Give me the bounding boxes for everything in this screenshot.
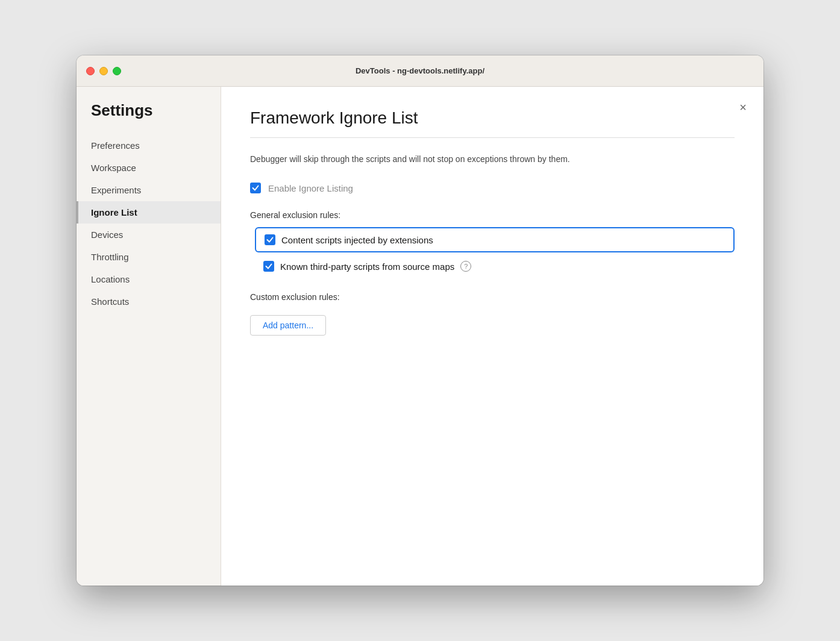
- checkmark-icon: [265, 263, 272, 270]
- sidebar-item-devices[interactable]: Devices: [77, 224, 221, 246]
- exclusion-rules-list: Content scripts injected by extensions K…: [255, 227, 735, 278]
- checkmark-icon: [266, 236, 274, 243]
- minimize-traffic-light[interactable]: [99, 67, 108, 75]
- page-title: Framework Ignore List: [250, 108, 735, 128]
- sidebar-item-workspace[interactable]: Workspace: [77, 157, 221, 179]
- sidebar-item-preferences[interactable]: Preferences: [77, 134, 221, 157]
- main-content: × Framework Ignore List Debugger will sk…: [221, 87, 763, 586]
- sidebar: Settings Preferences Workspace Experimen…: [77, 87, 221, 586]
- close-traffic-light[interactable]: [86, 67, 95, 75]
- window-body: Settings Preferences Workspace Experimen…: [77, 87, 763, 586]
- help-icon[interactable]: ?: [460, 261, 471, 272]
- window-title: DevTools - ng-devtools.netlify.app/: [356, 66, 484, 75]
- enable-ignore-listing-checkbox[interactable]: [250, 183, 261, 193]
- custom-exclusion-label: Custom exclusion rules:: [250, 292, 735, 302]
- custom-exclusion-section: Custom exclusion rules: Add pattern...: [250, 292, 735, 336]
- maximize-traffic-light[interactable]: [113, 67, 121, 75]
- general-exclusion-label: General exclusion rules:: [250, 210, 735, 220]
- sidebar-heading: Settings: [77, 101, 221, 134]
- add-pattern-button[interactable]: Add pattern...: [250, 315, 326, 336]
- content-scripts-checkbox[interactable]: [265, 234, 275, 245]
- sidebar-item-ignore-list[interactable]: Ignore List: [77, 201, 221, 224]
- rule-content-scripts: Content scripts injected by extensions: [255, 227, 735, 252]
- section-divider: [250, 137, 735, 138]
- enable-ignore-listing-row: Enable Ignore Listing: [250, 183, 735, 193]
- sidebar-item-shortcuts[interactable]: Shortcuts: [77, 290, 221, 313]
- third-party-scripts-label: Known third-party scripts from source ma…: [280, 261, 454, 272]
- titlebar: DevTools - ng-devtools.netlify.app/: [77, 55, 763, 87]
- sidebar-item-throttling[interactable]: Throttling: [77, 246, 221, 268]
- checkmark-icon: [252, 184, 259, 192]
- sidebar-item-experiments[interactable]: Experiments: [77, 179, 221, 201]
- enable-ignore-listing-label: Enable Ignore Listing: [268, 183, 353, 193]
- description-text: Debugger will skip through the scripts a…: [250, 152, 735, 166]
- traffic-lights: [86, 67, 121, 75]
- content-scripts-label: Content scripts injected by extensions: [281, 235, 433, 245]
- sidebar-item-locations[interactable]: Locations: [77, 268, 221, 290]
- devtools-window: DevTools - ng-devtools.netlify.app/ Sett…: [77, 55, 763, 586]
- third-party-scripts-checkbox[interactable]: [263, 261, 274, 272]
- rule-third-party-scripts: Known third-party scripts from source ma…: [255, 255, 735, 278]
- close-button[interactable]: ×: [739, 101, 747, 113]
